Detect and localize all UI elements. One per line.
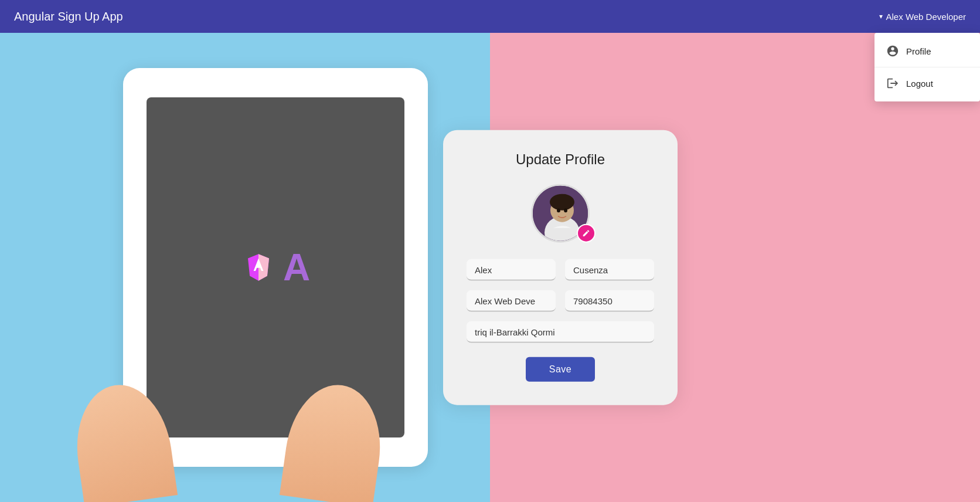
chevron-down-icon: ▾ <box>879 12 883 21</box>
username-value: Alex Web Deve <box>475 296 547 306</box>
dropdown-divider <box>874 67 980 67</box>
first-name-value: Alex <box>475 265 547 275</box>
dropdown-logout-item[interactable]: Logout <box>874 70 980 97</box>
svg-point-9 <box>564 208 567 212</box>
username-field[interactable]: Alex Web Deve <box>467 290 556 312</box>
navbar: Angular Sign Up App ▾ Alex Web Developer <box>0 0 980 33</box>
last-name-field[interactable]: Cusenza <box>565 259 654 281</box>
edit-avatar-button[interactable] <box>577 224 596 243</box>
save-row: Save <box>467 357 654 382</box>
last-name-value: Cusenza <box>573 265 646 275</box>
navbar-username: Alex Web Developer <box>886 12 966 22</box>
address-field[interactable]: triq il-Barrakki Qormi <box>467 321 654 343</box>
username-phone-row: Alex Web Deve 79084350 <box>467 290 654 312</box>
user-dropdown-menu: Profile Logout <box>874 33 980 101</box>
logout-icon <box>886 77 899 90</box>
app-title: Angular Sign Up App <box>14 10 123 23</box>
save-button[interactable]: Save <box>526 357 595 382</box>
phone-value: 79084350 <box>573 296 646 306</box>
card-title: Update Profile <box>467 151 654 168</box>
user-menu-trigger[interactable]: ▾ Alex Web Developer <box>879 12 966 22</box>
dropdown-profile-label: Profile <box>906 46 931 56</box>
dropdown-profile-item[interactable]: Profile <box>874 38 980 65</box>
svg-point-7 <box>550 194 574 211</box>
dropdown-logout-label: Logout <box>906 79 933 89</box>
avatar-section <box>467 184 654 243</box>
name-row: Alex Cusenza <box>467 259 654 281</box>
phone-field[interactable]: 79084350 <box>565 290 654 312</box>
account-circle-icon <box>886 45 899 57</box>
bg-left <box>0 33 490 502</box>
svg-point-8 <box>557 208 560 212</box>
profile-card: Update Profile <box>443 130 678 405</box>
first-name-field[interactable]: Alex <box>467 259 556 281</box>
address-value: triq il-Barrakki Qormi <box>475 327 646 337</box>
